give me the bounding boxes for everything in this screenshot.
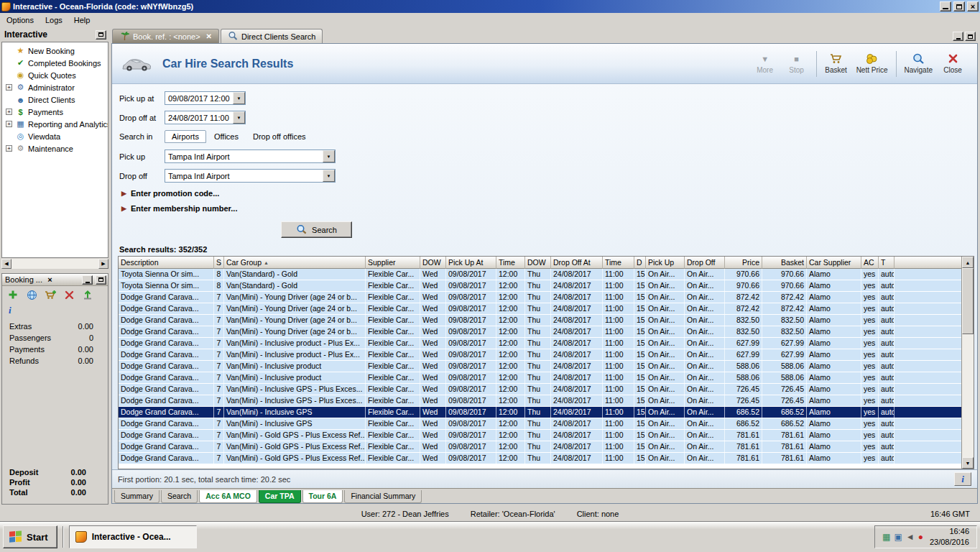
menu-options[interactable]: Options	[1, 14, 40, 27]
column-header-car-group-2[interactable]: Car Group▲	[224, 257, 366, 269]
sidebar-item-completed-bookings[interactable]: ✔Completed Bookings	[2, 57, 108, 69]
result-row-11[interactable]: Dodge Grand Carava...7Van(Mini) - Inclus…	[119, 395, 961, 407]
sidebar-item-quick-quotes[interactable]: ◉Quick Quotes	[2, 69, 108, 81]
search-in-airports[interactable]: Airports	[165, 130, 206, 143]
column-header-t-17[interactable]: T	[879, 257, 895, 269]
dropoff-at-select[interactable]: 24/08/2017 11:00 ▼	[165, 111, 246, 124]
column-header-pick-up-at-5[interactable]: Pick Up At	[446, 257, 496, 269]
start-button[interactable]: Start	[3, 525, 57, 548]
pickup-at-select[interactable]: 09/08/2017 12:00 ▼	[165, 91, 246, 105]
column-header-dow-4[interactable]: DOW	[420, 257, 446, 269]
stop-button[interactable]: ■Stop	[781, 50, 813, 77]
search-button[interactable]: Search	[281, 221, 352, 238]
expander-icon[interactable]: +	[6, 145, 12, 152]
sidebar-item-new-booking[interactable]: ★New Booking	[2, 45, 108, 57]
export-button[interactable]	[81, 289, 94, 302]
result-row-4[interactable]: Dodge Grand Carava...7Van(Mini) - Young …	[119, 315, 961, 326]
column-header-drop-off-at-8[interactable]: Drop Off At	[551, 257, 603, 269]
delete-button[interactable]	[63, 289, 75, 302]
result-row-1[interactable]: Toyota Sienna Or sim...8Van(Standard) - …	[119, 280, 961, 292]
dropdown-icon[interactable]: ▼	[233, 92, 245, 104]
add-button[interactable]	[6, 289, 19, 302]
column-header-time-6[interactable]: Time	[496, 257, 525, 269]
close-booking-panel-icon[interactable]: ×	[45, 275, 55, 284]
column-header-basket-14[interactable]: Basket	[762, 257, 807, 269]
sidebar-horizontal-scrollbar[interactable]: ◀ ▶	[1, 259, 108, 269]
maximize-panel-button[interactable]	[96, 275, 106, 285]
sidebar-item-administrator[interactable]: +⚙Administrator	[2, 81, 108, 93]
column-header-price-13[interactable]: Price	[725, 257, 762, 269]
column-header-d-10[interactable]: D	[634, 257, 646, 269]
menu-logs[interactable]: Logs	[40, 14, 68, 27]
column-header-s-1[interactable]: S	[214, 257, 224, 269]
result-row-13[interactable]: Dodge Grand Carava...7Van(Mini) - Inclus…	[119, 418, 961, 430]
navigate-button[interactable]: Navigate	[900, 50, 937, 77]
result-row-12[interactable]: Dodge Grand Carava...7Van(Mini) - Inclus…	[119, 407, 961, 418]
column-header-description-0[interactable]: Description	[119, 257, 214, 269]
dropdown-icon[interactable]: ▼	[233, 111, 245, 124]
membership-section[interactable]: ▶ Enter membership number...	[121, 204, 977, 213]
scroll-right-icon[interactable]: ▶	[98, 259, 108, 269]
info-icon[interactable]: i	[9, 305, 11, 316]
result-row-2[interactable]: Dodge Grand Carava...7Van(Mini) - Young …	[119, 292, 961, 303]
minimize-panel-button[interactable]	[82, 275, 93, 285]
globe-button[interactable]	[25, 289, 38, 302]
result-row-14[interactable]: Dodge Grand Carava...7Van(Mini) - Gold G…	[119, 430, 961, 441]
collapse-sidebar-button[interactable]	[96, 30, 106, 40]
result-row-3[interactable]: Dodge Grand Carava...7Van(Mini) - Young …	[119, 303, 961, 315]
taskbar-item-interactive[interactable]: Interactive - Ocea...	[69, 525, 197, 548]
minimize-tabs-button[interactable]	[953, 32, 963, 41]
result-row-10[interactable]: Dodge Grand Carava...7Van(Mini) - Inclus…	[119, 384, 961, 395]
dropdown-icon[interactable]: ▼	[323, 170, 335, 182]
close-tab-icon[interactable]: ✕	[206, 32, 212, 40]
result-row-0[interactable]: Toyota Sienna Or sim...8Van(Standard) - …	[119, 269, 961, 280]
minimize-button[interactable]	[940, 1, 951, 12]
sidebar-item-viewdata[interactable]: ◎Viewdata	[2, 130, 108, 142]
column-header-time-9[interactable]: Time	[603, 257, 634, 269]
bottom-tab-summary[interactable]: Summary	[114, 490, 160, 503]
scroll-track[interactable]	[962, 334, 974, 457]
sidebar-item-reporting-and-analytics[interactable]: +▦Reporting and Analytics	[2, 118, 108, 130]
column-header-dow-7[interactable]: DOW	[525, 257, 551, 269]
basket-add-button[interactable]	[44, 289, 57, 302]
info-button[interactable]: i	[954, 472, 971, 486]
expander-icon[interactable]: +	[6, 84, 12, 91]
close-button[interactable]: ×	[967, 1, 979, 12]
result-row-5[interactable]: Dodge Grand Carava...7Van(Mini) - Young …	[119, 326, 961, 338]
column-header-drop-off-12[interactable]: Drop Off	[685, 257, 725, 269]
bottom-tab-acc-6a-mco[interactable]: Acc 6A MCO	[199, 490, 257, 503]
restore-tabs-button[interactable]	[965, 32, 976, 41]
sidebar-item-maintenance[interactable]: +⚙Maintenance	[2, 142, 108, 155]
bottom-tab-tour-6a[interactable]: Tour 6A	[302, 490, 343, 503]
column-header-supplier-3[interactable]: Supplier	[366, 257, 420, 269]
scroll-thumb[interactable]	[962, 268, 974, 334]
column-header-pick-up-11[interactable]: Pick Up	[646, 257, 685, 269]
result-row-15[interactable]: Dodge Grand Carava...7Van(Mini) - Gold G…	[119, 441, 961, 453]
scroll-up-icon[interactable]: ▲	[962, 257, 974, 268]
result-row-8[interactable]: Dodge Grand Carava...7Van(Mini) - Inclus…	[119, 361, 961, 372]
nett-price-button[interactable]: Nett Price	[852, 50, 892, 77]
sidebar-item-direct-clients[interactable]: ☻Direct Clients	[2, 93, 108, 106]
search-in-drop-off-offices[interactable]: Drop off offices	[246, 130, 313, 143]
basket-button[interactable]: Basket	[820, 50, 852, 77]
tab-book-ref-none[interactable]: Book. ref. : <none>✕	[112, 29, 219, 43]
dropdown-icon[interactable]: ▼	[323, 150, 335, 162]
vertical-scrollbar[interactable]: ▲ ▼	[961, 257, 974, 469]
bottom-tab-car-tpa[interactable]: Car TPA	[259, 490, 301, 503]
result-row-9[interactable]: Dodge Grand Carava...7Van(Mini) - Inclus…	[119, 372, 961, 384]
bottom-tab-financial-summary[interactable]: Financial Summary	[344, 490, 422, 503]
column-header-ac-16[interactable]: AC	[861, 257, 879, 269]
dropoff-select[interactable]: Tampa Intl Airport ▼	[165, 169, 336, 183]
sidebar-item-payments[interactable]: +$Payments	[2, 106, 108, 118]
close-button[interactable]: Close	[937, 50, 969, 77]
tab-direct-clients-search[interactable]: Direct Clients Search	[221, 29, 323, 43]
menu-help[interactable]: Help	[68, 14, 96, 27]
pickup-select[interactable]: Tampa Intl Airport ▼	[165, 150, 336, 163]
scroll-left-icon[interactable]: ◀	[1, 259, 11, 269]
bottom-tab-search[interactable]: Search	[161, 490, 198, 503]
search-in-offices[interactable]: Offices	[208, 130, 245, 143]
restore-button[interactable]	[953, 1, 965, 12]
more-button[interactable]: ▼More	[749, 50, 781, 77]
result-row-16[interactable]: Dodge Grand Carava...7Van(Mini) - Gold G…	[119, 453, 961, 464]
result-row-6[interactable]: Dodge Grand Carava...7Van(Mini) - Inclus…	[119, 338, 961, 349]
